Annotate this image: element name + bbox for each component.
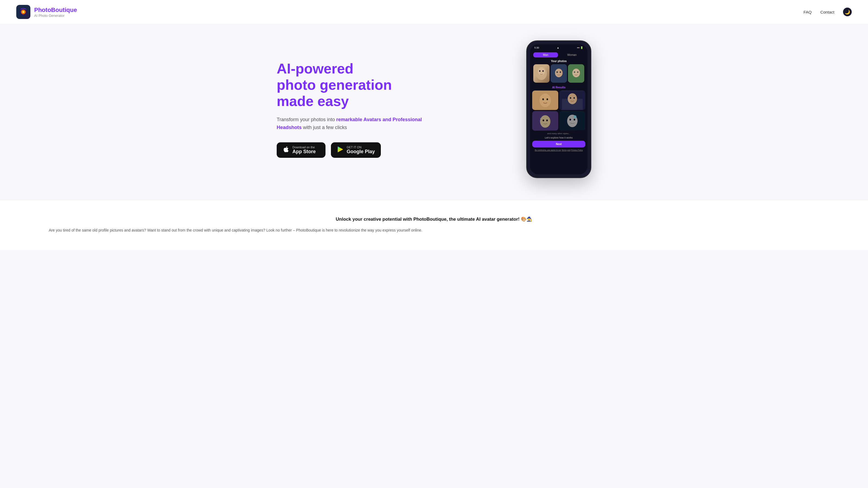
- more-styles-text: and many other styles...: [530, 132, 588, 136]
- next-button[interactable]: Next: [532, 141, 585, 148]
- svg-point-33: [569, 119, 571, 121]
- user-photos-grid: [530, 64, 588, 85]
- phone-notch-area: ▲: [557, 46, 559, 49]
- ai-results-grid: [530, 91, 588, 132]
- logo-text: PhotoBoutique AI Photo Generator: [34, 6, 77, 18]
- store-buttons: Download on the App Store: [277, 142, 439, 158]
- hero-subtitle-plain1: Transform your photos into: [277, 117, 336, 122]
- google-play-pre-label: GET IT ON: [347, 145, 375, 149]
- hero-subtitle: Transform your photos into remarkable Av…: [277, 116, 439, 131]
- phone-mockup-container: 5:30 ▲ ▪▪▪ 🔋 Man Woman Your photos: [526, 40, 591, 178]
- ai-results-title: AI Results: [530, 85, 588, 91]
- phone-terms: By continuing, you agree to our Terms an…: [530, 149, 588, 153]
- ai-result-1: [532, 91, 558, 110]
- app-store-text: Download on the App Store: [292, 145, 316, 155]
- logo-area: PhotoBoutique AI Photo Generator: [16, 5, 77, 19]
- main-nav: FAQ Contact 🌙: [803, 8, 852, 16]
- phone-screen: 5:30 ▲ ▪▪▪ 🔋 Man Woman Your photos: [530, 44, 588, 174]
- svg-point-6: [538, 67, 545, 75]
- user-photo-3: [568, 64, 584, 83]
- hero-section: AI-powered photo generation made easy Tr…: [244, 24, 624, 200]
- logo-subtitle: AI Photo Generator: [34, 13, 77, 18]
- terms-link[interactable]: Terms: [561, 149, 567, 151]
- hero-title-line3: made easy: [277, 93, 349, 109]
- google-play-icon: [337, 146, 344, 154]
- hero-subtitle-plain2: with just a few clicks: [302, 125, 347, 130]
- svg-point-12: [560, 71, 561, 73]
- svg-point-35: [574, 115, 577, 119]
- ai-result-3: [532, 111, 558, 131]
- tab-woman[interactable]: Woman: [560, 52, 584, 58]
- svg-marker-4: [338, 147, 343, 152]
- ai-result-2: [559, 91, 585, 110]
- app-icon: [16, 5, 30, 19]
- nav-contact[interactable]: Contact: [820, 10, 834, 14]
- ai-result-4: [559, 111, 585, 131]
- svg-point-16: [577, 71, 579, 73]
- google-play-main-label: Google Play: [347, 149, 375, 155]
- moon-icon: 🌙: [845, 9, 850, 14]
- svg-point-8: [542, 70, 544, 72]
- svg-point-25: [574, 97, 575, 99]
- phone-status-bar: 5:30 ▲ ▪▪▪ 🔋: [530, 44, 588, 50]
- terms-and: and: [567, 149, 570, 151]
- svg-point-19: [542, 98, 544, 100]
- svg-point-18: [539, 94, 551, 107]
- phone-tabs: Man Woman: [530, 50, 588, 59]
- hero-title-line1: AI-powered: [277, 61, 353, 76]
- svg-point-20: [547, 98, 548, 100]
- your-photos-title: Your photos: [530, 59, 588, 64]
- user-photo-1: [533, 64, 550, 83]
- svg-point-27: [540, 115, 550, 128]
- hero-title: AI-powered photo generation made easy: [277, 61, 439, 109]
- app-store-button[interactable]: Download on the App Store: [277, 142, 326, 158]
- svg-point-11: [557, 71, 558, 73]
- dark-mode-toggle[interactable]: 🌙: [843, 8, 852, 16]
- hero-content: AI-powered photo generation made easy Tr…: [277, 61, 439, 158]
- phone-time: 5:30: [534, 46, 539, 49]
- terms-by-text: By continuing, you agree to our: [535, 149, 561, 151]
- phone-mockup: 5:30 ▲ ▪▪▪ 🔋 Man Woman Your photos: [526, 40, 591, 178]
- svg-point-14: [572, 69, 580, 77]
- bottom-section: Unlock your creative potential with Phot…: [0, 200, 868, 250]
- privacy-link[interactable]: Privacy Policy: [571, 149, 583, 151]
- google-play-button[interactable]: GET IT ON Google Play: [331, 142, 381, 158]
- app-store-main-label: App Store: [292, 149, 316, 155]
- bottom-description: Are you tired of the same old profile pi…: [49, 227, 819, 234]
- nav-faq[interactable]: FAQ: [803, 10, 812, 14]
- svg-point-23: [568, 93, 577, 104]
- svg-point-7: [539, 70, 540, 72]
- svg-point-28: [542, 120, 544, 122]
- explore-text: Let's explore how it works: [530, 136, 588, 141]
- user-photo-2: [551, 64, 567, 83]
- site-header: PhotoBoutique AI Photo Generator FAQ Con…: [0, 0, 868, 24]
- svg-point-15: [574, 71, 575, 73]
- svg-point-24: [570, 97, 571, 99]
- apple-icon: [283, 146, 290, 154]
- hero-title-line2: photo generation: [277, 77, 392, 93]
- svg-point-10: [555, 69, 563, 77]
- svg-point-29: [546, 120, 548, 122]
- phone-signal: ▪▪▪ 🔋: [577, 46, 583, 49]
- svg-point-3: [23, 11, 24, 12]
- svg-point-34: [574, 119, 575, 121]
- app-store-pre-label: Download on the: [292, 145, 316, 149]
- bottom-tagline: Unlock your creative potential with Phot…: [49, 216, 819, 222]
- logo-name: PhotoBoutique: [34, 6, 77, 13]
- google-play-text: GET IT ON Google Play: [347, 145, 375, 155]
- tab-man[interactable]: Man: [533, 52, 558, 58]
